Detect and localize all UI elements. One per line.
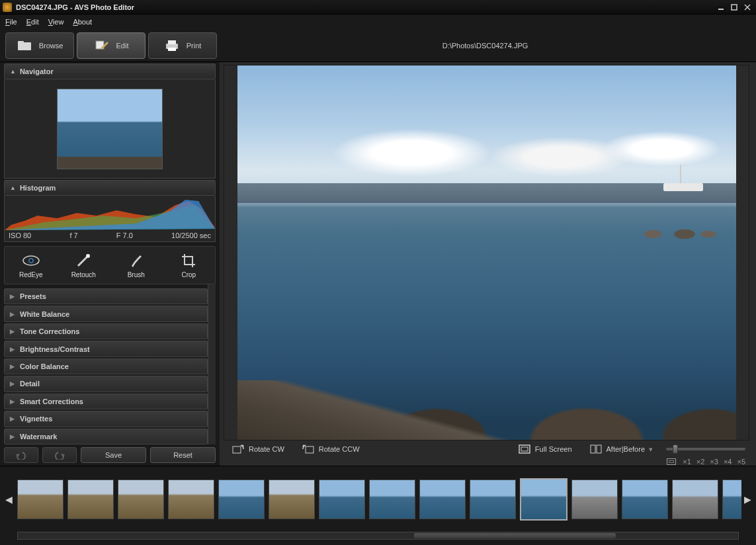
thumbnail[interactable]	[67, 480, 114, 519]
save-button[interactable]: Save	[81, 447, 146, 463]
acc-presets[interactable]: ▶Presets	[4, 288, 208, 304]
thumbnail[interactable]	[722, 480, 741, 519]
edit-button[interactable]: Edit	[77, 32, 146, 59]
brush-icon	[127, 253, 146, 269]
sidebar-scrollbar[interactable]	[208, 284, 216, 444]
zoom-4x[interactable]: ×4	[724, 458, 732, 466]
acc-brightness-contrast[interactable]: ▶Brightness/Contrast	[4, 341, 208, 356]
printer-icon	[164, 39, 180, 52]
hist-aperture-small: f 7	[69, 231, 77, 239]
zoom-5x[interactable]: ×5	[737, 458, 745, 466]
thumbnail[interactable]	[168, 480, 214, 519]
thumbnail-selected[interactable]	[520, 478, 567, 521]
thumbnail[interactable]	[269, 480, 315, 519]
undo-button[interactable]	[4, 447, 38, 463]
acc-label: White Balance	[20, 310, 69, 318]
svg-rect-15	[233, 446, 241, 453]
svg-rect-8	[168, 40, 176, 44]
close-button[interactable]	[741, 3, 753, 12]
brush-label: Brush	[128, 271, 145, 278]
rotate-cw-button[interactable]: Rotate CW	[228, 440, 288, 458]
acc-detail[interactable]: ▶Detail	[4, 376, 208, 392]
menubar: File Edit View About	[0, 15, 756, 29]
fullscreen-label: Full Screen	[535, 445, 572, 453]
svg-point-14	[86, 254, 90, 258]
file-path: D:\Photos\DSC04274.JPG	[220, 42, 751, 50]
thumbnail[interactable]	[419, 480, 466, 519]
histogram-header[interactable]: ▲ Histogram	[4, 180, 216, 196]
redo-icon	[53, 450, 66, 460]
fullscreen-button[interactable]: Full Screen	[514, 440, 576, 458]
acc-white-balance[interactable]: ▶White Balance	[4, 306, 208, 321]
thumbnail[interactable]	[369, 480, 415, 519]
minimize-button[interactable]	[715, 3, 727, 12]
thumbnail[interactable]	[319, 480, 365, 519]
wand-icon	[74, 253, 93, 269]
filmstrip-scrollbar-thumb[interactable]	[414, 533, 616, 538]
svg-rect-9	[168, 48, 176, 51]
svg-rect-17	[519, 445, 530, 453]
split-view-icon	[589, 443, 603, 455]
accordion: ▶Presets ▶White Balance ▶Tone Correction…	[4, 288, 208, 444]
after-before-button[interactable]: After|Before ▾	[585, 440, 657, 458]
zoom-3x[interactable]: ×3	[710, 458, 718, 466]
svg-rect-18	[521, 447, 528, 451]
hist-iso: ISO 80	[9, 231, 31, 239]
acc-watermark[interactable]: ▶Watermark	[4, 429, 208, 444]
rotate-ccw-label: Rotate CCW	[319, 445, 360, 453]
acc-color-balance[interactable]: ▶Color Balance	[4, 358, 208, 374]
acc-smart-corrections[interactable]: ▶Smart Corrections	[4, 394, 208, 409]
zoom-2x[interactable]: ×2	[696, 458, 705, 466]
redo-button[interactable]	[42, 447, 77, 463]
svg-rect-0	[718, 9, 724, 10]
filmstrip-track[interactable]	[15, 478, 741, 521]
fit-to-screen-icon[interactable]	[667, 458, 676, 465]
svg-rect-19	[591, 445, 595, 453]
hist-shutter: 10/2500 sec	[171, 231, 211, 239]
filmstrip-next[interactable]: ▶	[741, 476, 753, 523]
zoom-slider-thumb[interactable]	[673, 444, 678, 454]
thumbnail[interactable]	[571, 480, 618, 519]
window-title: DSC04274.JPG - AVS Photo Editor	[16, 3, 714, 11]
thumbnail[interactable]	[118, 480, 164, 519]
menu-view[interactable]: View	[48, 18, 64, 26]
crop-tool[interactable]: Crop	[166, 253, 211, 278]
navigator-preview[interactable]	[4, 79, 216, 179]
filmstrip-scrollbar[interactable]	[17, 532, 739, 540]
redeye-tool[interactable]: RedEye	[9, 253, 54, 278]
brush-tool[interactable]: Brush	[114, 253, 159, 278]
retouch-label: Retouch	[71, 271, 96, 278]
browse-button[interactable]: Browse	[5, 32, 74, 59]
print-label: Print	[187, 42, 202, 50]
acc-tone-corrections[interactable]: ▶Tone Corrections	[4, 323, 208, 339]
thumbnail[interactable]	[218, 480, 265, 519]
filmstrip-prev[interactable]: ◀	[3, 476, 15, 523]
svg-point-12	[30, 259, 32, 262]
histogram-title: Histogram	[20, 184, 56, 192]
thumbnail[interactable]	[470, 480, 516, 519]
top-toolbar: Browse Edit Print D:\Photos\DSC04274.JPG	[0, 29, 756, 62]
navigator-header[interactable]: ▲ Navigator	[4, 63, 216, 79]
menu-edit[interactable]: Edit	[26, 18, 39, 26]
canvas[interactable]	[224, 65, 749, 440]
acc-label: Vignettes	[20, 415, 52, 423]
rotate-ccw-button[interactable]: Rotate CCW	[298, 440, 364, 458]
chevron-right-icon: ▶	[10, 433, 15, 440]
acc-label: Tone Corrections	[20, 327, 79, 335]
svg-line-13	[78, 257, 87, 266]
zoom-1x[interactable]: ×1	[683, 458, 691, 466]
menu-about[interactable]: About	[73, 18, 92, 26]
retouch-tool[interactable]: Retouch	[61, 253, 106, 278]
thumbnail[interactable]	[17, 480, 63, 519]
reset-label: Reset	[173, 451, 192, 459]
maximize-button[interactable]	[728, 3, 740, 12]
menu-file[interactable]: File	[5, 18, 17, 26]
app-icon	[3, 3, 12, 12]
acc-vignettes[interactable]: ▶Vignettes	[4, 411, 208, 427]
thumbnail[interactable]	[672, 480, 718, 519]
thumbnail[interactable]	[622, 480, 668, 519]
reset-button[interactable]: Reset	[150, 447, 216, 463]
zoom-slider[interactable]	[666, 448, 745, 450]
chevron-right-icon: ▶	[10, 398, 15, 405]
print-button[interactable]: Print	[148, 32, 217, 59]
